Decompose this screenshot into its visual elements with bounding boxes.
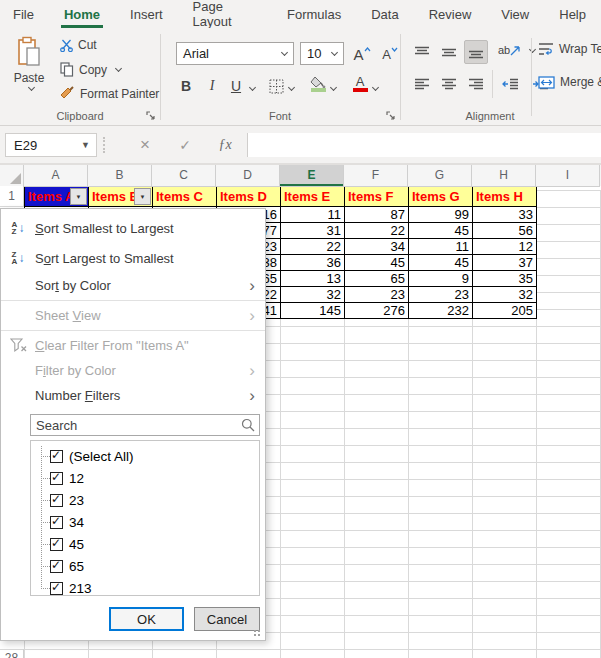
- font-color-chevron[interactable]: [372, 84, 379, 91]
- cancel-entry-icon[interactable]: ×: [130, 133, 160, 157]
- fill-color-chevron[interactable]: [330, 84, 337, 91]
- align-left-button[interactable]: [410, 72, 434, 96]
- borders-chevron[interactable]: [288, 84, 295, 91]
- cell[interactable]: 32: [473, 287, 537, 303]
- ribbon-tab-page-layout[interactable]: Page Layout: [178, 0, 272, 28]
- underline-button[interactable]: U: [224, 74, 248, 98]
- cut-button[interactable]: Cut: [60, 38, 97, 52]
- filter-dropdown-button[interactable]: ▼: [134, 188, 151, 205]
- cell[interactable]: 205: [473, 303, 537, 319]
- cell[interactable]: 9: [409, 271, 473, 287]
- bottom-align-button[interactable]: [464, 40, 488, 64]
- column-header-H[interactable]: H: [472, 165, 536, 187]
- menu-item-sort-by-color[interactable]: Sort by Color ›: [1, 273, 265, 298]
- checkbox[interactable]: ✓: [50, 450, 63, 463]
- header-cell[interactable]: Items C: [153, 187, 217, 207]
- column-header-I[interactable]: I: [536, 165, 600, 187]
- orientation-button[interactable]: ab: [498, 44, 535, 56]
- menu-item-sheet-view[interactable]: Sheet View ›: [1, 303, 265, 328]
- decrease-font-size-button[interactable]: A: [378, 42, 402, 66]
- paste-button[interactable]: Paste: [8, 36, 50, 112]
- header-cell[interactable]: Items E: [281, 187, 345, 207]
- header-cell[interactable]: Items B▼: [89, 187, 153, 207]
- cell[interactable]: 35: [473, 271, 537, 287]
- ribbon-tab-formulas[interactable]: Formulas: [272, 0, 356, 28]
- header-cell[interactable]: Items H: [473, 187, 537, 207]
- enter-entry-icon[interactable]: ✓: [170, 133, 200, 157]
- column-header-D[interactable]: D: [216, 165, 280, 187]
- filter-search-input[interactable]: [30, 414, 260, 436]
- cell[interactable]: 87: [345, 207, 409, 223]
- checkbox[interactable]: ✓: [50, 560, 63, 573]
- column-header-B[interactable]: B: [88, 165, 152, 187]
- cell[interactable]: 276: [345, 303, 409, 319]
- menu-item-clear-filter-from-items-a[interactable]: Clear Filter From "Items A": [1, 333, 265, 358]
- cell[interactable]: 11: [281, 207, 345, 223]
- cell[interactable]: 45: [409, 223, 473, 239]
- center-button[interactable]: [437, 72, 461, 96]
- wrap-text-button[interactable]: Wrap Te: [538, 42, 601, 56]
- filter-value-row[interactable]: ✓ 45: [31, 533, 259, 555]
- font-name-chevron[interactable]: [281, 49, 288, 56]
- align-right-button[interactable]: [464, 72, 488, 96]
- menu-item-number-filters[interactable]: Number Filters ›: [1, 383, 265, 408]
- name-box-chevron[interactable]: ▼: [81, 140, 90, 150]
- merge-center-button[interactable]: Merge &: [538, 75, 601, 89]
- name-box[interactable]: E29 ▼: [5, 133, 97, 157]
- cell[interactable]: 32: [281, 287, 345, 303]
- column-header-F[interactable]: F: [344, 165, 408, 187]
- checkbox[interactable]: ✓: [50, 472, 63, 485]
- filter-value-row[interactable]: ✓ 213: [31, 577, 259, 596]
- ok-button[interactable]: OK: [109, 607, 184, 631]
- decrease-indent-button[interactable]: [498, 72, 522, 96]
- ribbon-tab-file[interactable]: File: [0, 0, 49, 28]
- cell[interactable]: 145: [281, 303, 345, 319]
- menu-item-sort-smallest-to-largest[interactable]: AZ↓ Sort Smallest to Largest: [1, 213, 265, 243]
- insert-function-icon[interactable]: ƒx: [210, 133, 240, 157]
- cell[interactable]: 232: [409, 303, 473, 319]
- font-size-combobox[interactable]: 10: [300, 42, 344, 65]
- cancel-button[interactable]: Cancel: [194, 607, 260, 631]
- cell[interactable]: 45: [409, 255, 473, 271]
- header-cell[interactable]: Items A▼: [25, 187, 89, 207]
- clipboard-dialog-launcher-icon[interactable]: [146, 111, 156, 121]
- filter-value-row[interactable]: ✓ 12: [31, 467, 259, 489]
- cell[interactable]: 56: [473, 223, 537, 239]
- font-size-chevron[interactable]: [331, 49, 338, 56]
- cell[interactable]: 22: [345, 223, 409, 239]
- font-name-combobox[interactable]: Arial: [176, 42, 294, 65]
- column-header-C[interactable]: C: [152, 165, 216, 187]
- paste-dropdown-chevron[interactable]: [27, 84, 34, 91]
- filter-value-row[interactable]: ✓ (Select All): [31, 445, 259, 467]
- row-header-1[interactable]: 1: [0, 186, 24, 207]
- checkbox[interactable]: ✓: [50, 516, 63, 529]
- fill-color-button[interactable]: [306, 72, 330, 96]
- cell[interactable]: 11: [409, 239, 473, 255]
- top-align-button[interactable]: [410, 40, 434, 64]
- cell[interactable]: 31: [281, 223, 345, 239]
- select-all-corner[interactable]: [0, 165, 24, 187]
- column-header-G[interactable]: G: [408, 165, 472, 187]
- ribbon-tab-view[interactable]: View: [486, 0, 544, 28]
- ribbon-tab-insert[interactable]: Insert: [115, 0, 178, 28]
- borders-button[interactable]: [264, 74, 288, 98]
- filter-value-row[interactable]: ✓ 65: [31, 555, 259, 577]
- cell[interactable]: 99: [409, 207, 473, 223]
- format-painter-button[interactable]: Format Painter: [60, 86, 159, 101]
- cell[interactable]: 34: [345, 239, 409, 255]
- underline-chevron[interactable]: [249, 84, 256, 91]
- ribbon-tab-help[interactable]: Help: [544, 0, 601, 28]
- menu-item-filter-by-color[interactable]: Filter by Color ›: [1, 358, 265, 383]
- filter-value-row[interactable]: ✓ 23: [31, 489, 259, 511]
- cell[interactable]: 33: [473, 207, 537, 223]
- ribbon-tab-review[interactable]: Review: [414, 0, 487, 28]
- cell[interactable]: 37: [473, 255, 537, 271]
- cell[interactable]: 23: [409, 287, 473, 303]
- font-dialog-launcher-icon[interactable]: [386, 111, 396, 121]
- middle-align-button[interactable]: [437, 40, 461, 64]
- formula-input[interactable]: [247, 133, 601, 157]
- filter-value-row[interactable]: ✓ 34: [31, 511, 259, 533]
- column-header-E[interactable]: E: [280, 165, 344, 187]
- filter-dropdown-button[interactable]: ▼: [70, 188, 87, 205]
- cell[interactable]: 22: [281, 239, 345, 255]
